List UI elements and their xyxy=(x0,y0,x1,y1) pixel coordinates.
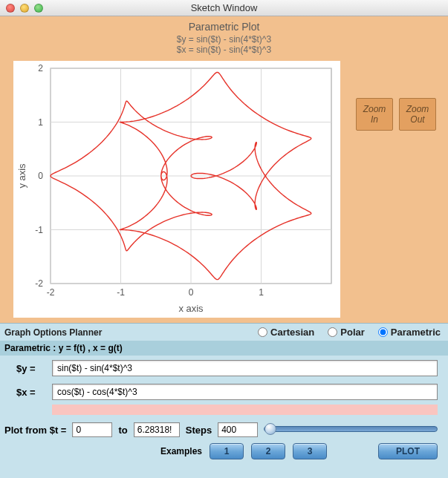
buttons-row: Examples 1 2 3 PLOT xyxy=(0,442,448,464)
svg-text:2: 2 xyxy=(38,63,43,73)
slider-thumb[interactable] xyxy=(264,423,276,435)
x-input-row: $x = xyxy=(0,379,448,403)
window-title: Sketch Window xyxy=(0,2,448,13)
label-cartesian: Cartesian xyxy=(270,327,314,338)
svg-text:-2: -2 xyxy=(35,278,43,289)
zoom-buttons: Zoom In Zoom Out xyxy=(356,98,436,131)
radio-polar[interactable] xyxy=(328,327,337,337)
label-polar: Polar xyxy=(340,327,365,338)
steps-slider[interactable] xyxy=(264,423,438,436)
titlebar: Sketch Window xyxy=(0,0,448,16)
range-row: Plot from $t = to Steps xyxy=(0,419,448,442)
plot-from-label: Plot from $t = xyxy=(4,425,66,436)
message-strip xyxy=(52,405,438,415)
plot-title: Parametric Plot xyxy=(0,21,448,33)
mode-radio-group: Cartesian Polar Parametric xyxy=(258,327,441,338)
zoom-out-label: Zoom Out xyxy=(406,104,429,125)
plot-eq-x: $x = sin($t) - sin(4*$t)^3 xyxy=(0,45,448,55)
svg-text:-1: -1 xyxy=(117,287,125,298)
mode-cartesian[interactable]: Cartesian xyxy=(258,327,314,338)
radio-parametric[interactable] xyxy=(378,327,388,337)
x-label: $x = xyxy=(16,387,46,398)
steps-input[interactable] xyxy=(218,422,258,437)
plot-button[interactable]: PLOT xyxy=(378,443,438,459)
svg-text:y axis: y axis xyxy=(16,163,27,189)
x-input[interactable] xyxy=(52,384,438,400)
zoom-in-button[interactable]: Zoom In xyxy=(356,98,393,131)
svg-text:-1: -1 xyxy=(35,225,43,235)
svg-text:1: 1 xyxy=(38,117,43,128)
mode-polar[interactable]: Polar xyxy=(328,327,365,338)
y-label: $y = xyxy=(16,363,46,374)
zoom-out-button[interactable]: Zoom Out xyxy=(399,98,436,131)
zoom-in-label: Zoom In xyxy=(363,104,386,125)
example-1-button[interactable]: 1 xyxy=(210,443,244,459)
to-label: to xyxy=(118,425,127,436)
svg-text:x axis: x axis xyxy=(178,303,204,314)
plot-header: Parametric Plot $y = sin($t) - sin(4*$t)… xyxy=(0,16,448,55)
svg-text:0: 0 xyxy=(189,287,194,298)
t-to-input[interactable] xyxy=(134,422,180,437)
y-input[interactable] xyxy=(52,360,438,376)
plot-area: Parametric Plot $y = sin($t) - sin(4*$t)… xyxy=(0,16,448,323)
steps-label: Steps xyxy=(186,425,212,436)
examples-label: Examples xyxy=(160,446,202,456)
options-header-row: Graph Options Planner Cartesian Polar Pa… xyxy=(0,324,448,341)
label-parametric: Parametric xyxy=(391,327,441,338)
mode-parametric[interactable]: Parametric xyxy=(378,327,441,338)
parametric-subheader: Parametric : y = f(t) , x = g(t) xyxy=(0,341,448,356)
options-header: Graph Options Planner xyxy=(4,327,102,338)
svg-text:-2: -2 xyxy=(47,287,55,298)
radio-cartesian[interactable] xyxy=(258,327,267,337)
example-2-button[interactable]: 2 xyxy=(251,443,285,459)
t-from-input[interactable] xyxy=(72,422,112,437)
svg-text:0: 0 xyxy=(38,171,43,181)
chart-svg: -2-101-2-1012x axisy axis xyxy=(13,61,340,318)
chart: -2-101-2-1012x axisy axis xyxy=(13,61,340,318)
example-3-button[interactable]: 3 xyxy=(293,443,327,459)
options-panel: Graph Options Planner Cartesian Polar Pa… xyxy=(0,323,448,478)
y-input-row: $y = xyxy=(0,356,448,379)
svg-text:1: 1 xyxy=(259,287,264,298)
plot-eq-y: $y = sin($t) - sin(4*$t)^3 xyxy=(0,34,448,45)
